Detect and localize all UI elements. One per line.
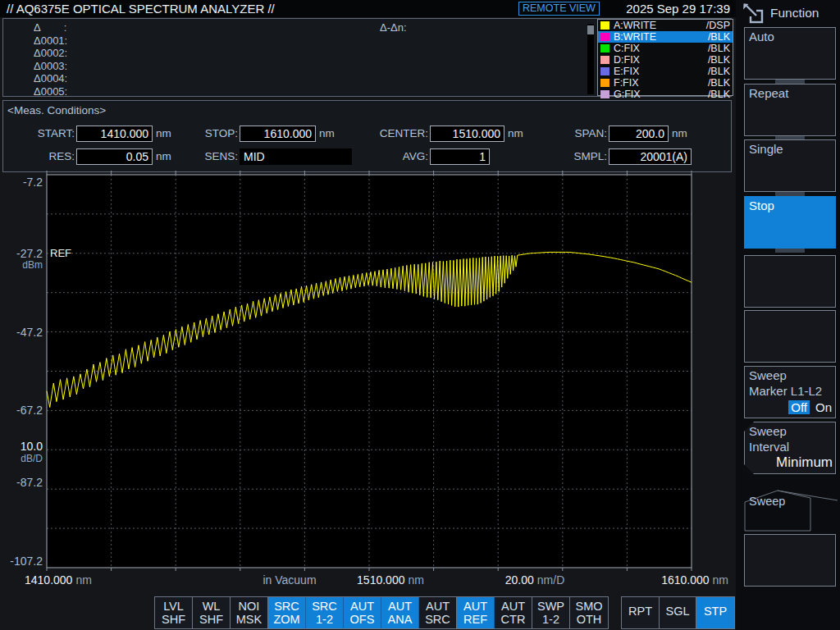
- meas-field-input[interactable]: 200.0: [609, 126, 669, 142]
- meas-field-label: RES:: [1, 150, 75, 163]
- trace-color-swatch: [600, 56, 609, 64]
- softkey-label: Auto: [749, 30, 835, 43]
- meas-field-label: START:: [1, 127, 75, 140]
- toolbar-key-stp[interactable]: STP: [696, 597, 734, 628]
- trace-color-swatch: [600, 44, 609, 52]
- osa-screen: // AQ6375E OPTICAL SPECTRUM ANALYZER // …: [0, 0, 840, 630]
- trace-status: /BLK: [708, 66, 730, 77]
- toolbar-key-line1: SMO: [575, 600, 602, 613]
- toolbar-key-line1: AUT: [501, 600, 525, 613]
- x-center-label-value: 1510.000: [357, 573, 404, 587]
- sweep-marker-toggle[interactable]: OffOn: [788, 400, 832, 414]
- meas-field-unit: nm: [672, 127, 687, 139]
- meas-field-label: AVG:: [354, 150, 428, 163]
- toolbar-key-line1: LVL: [163, 600, 184, 613]
- toolbar-key-line2: REF: [463, 613, 487, 626]
- toolbar-key-aut-ctr[interactable]: AUTCTR: [495, 597, 532, 628]
- toolbar-key-sgl[interactable]: SGL: [660, 597, 696, 628]
- meas-field-input[interactable]: 1: [430, 148, 490, 165]
- toolbar-key-line1: NOI: [239, 600, 260, 613]
- toolbar-key-line1: SWP: [537, 600, 564, 613]
- toolbar-key-smo-oth[interactable]: SMOOTH: [570, 597, 608, 628]
- softkey-value: Minimum: [776, 454, 833, 471]
- trace-row[interactable]: A:WRITE/DSP: [598, 20, 733, 31]
- function-key-sweep-interval[interactable]: SweepIntervalMinimum: [744, 422, 836, 474]
- trace-row[interactable]: C:FIX/BLK: [598, 43, 733, 54]
- function-key-sweep-marker[interactable]: SweepMarker L1-L2OffOn: [744, 366, 836, 418]
- function-key-auto[interactable]: Auto: [744, 27, 836, 80]
- spectrum-chart: [43, 171, 696, 573]
- toolbar-key-aut-ana[interactable]: AUTANA: [381, 597, 419, 628]
- delta-row: Δ0001:: [34, 34, 67, 47]
- function-key-single[interactable]: Single: [744, 139, 836, 192]
- trace-status: /DSP: [706, 20, 730, 31]
- toolbar-key-src-1-2[interactable]: SRC1-2: [306, 597, 344, 628]
- sweep-tag-label: Sweep: [749, 495, 785, 508]
- x-stop-label-value: 1610.000: [661, 573, 709, 587]
- toggle-off[interactable]: Off: [788, 400, 810, 414]
- softkey-label: Interval: [749, 440, 835, 454]
- y-axis-label: -87.2: [2, 476, 43, 489]
- toolbar-key-line1: SRC: [274, 600, 299, 613]
- meas-field-label: STOP:: [164, 127, 238, 140]
- trace-row[interactable]: F:FIX/BLK: [598, 77, 733, 89]
- function-key-repeat[interactable]: Repeat: [744, 84, 836, 136]
- delta-row: Δ :: [34, 21, 66, 34]
- meas-conditions-title: <Meas. Conditions>: [7, 104, 106, 116]
- function-key-blank-2[interactable]: [744, 310, 836, 363]
- toolbar-key-line2: SHF: [199, 613, 223, 626]
- toolbar-key-aut-ofs[interactable]: AUTOFS: [344, 597, 381, 628]
- trace-label: F:FIX: [614, 77, 708, 89]
- trace-row[interactable]: G:FIX/BLK: [598, 89, 733, 100]
- y-axis-label: dBm: [2, 259, 43, 271]
- app-title: // AQ6375E OPTICAL SPECTRUM ANALYZER //: [7, 2, 275, 16]
- toolbar-key-src-zom[interactable]: SRCZOM: [268, 597, 306, 628]
- toolbar-key-aut-ref[interactable]: AUTREF: [457, 597, 495, 628]
- toggle-on[interactable]: On: [815, 400, 832, 414]
- softkey-label: Single: [749, 142, 835, 156]
- toolbar-key-line1: AUT: [350, 600, 374, 613]
- function-key-blank-1[interactable]: [744, 255, 836, 308]
- delta-scrollbar-thumb[interactable]: [587, 25, 594, 34]
- x-start-label: 1410.000nm: [25, 573, 92, 587]
- x-stop-label-unit: nm: [713, 573, 728, 587]
- toolbar-key-line2: OFS: [350, 613, 375, 626]
- meas-field-input[interactable]: 1410.000: [76, 126, 153, 142]
- meas-field-unit: nm: [508, 127, 523, 139]
- remote-view-badge: REMOTE VIEW: [518, 2, 600, 16]
- delta-row: Δ0004:: [34, 72, 67, 84]
- toolbar-key-wl-shf[interactable]: WLSHF: [193, 597, 231, 628]
- toolbar-key-line1: WL: [203, 600, 221, 613]
- x-stop-label: 1610.000nm: [640, 573, 728, 587]
- toolbar-key-aut-src[interactable]: AUTSRC: [419, 597, 457, 628]
- toolbar-key-lvl-shf[interactable]: LVLSHF: [155, 597, 193, 628]
- toolbar-key-line2: CTR: [501, 613, 526, 626]
- meas-field-input[interactable]: 0.05: [76, 148, 153, 165]
- toolbar-key-noi-msk[interactable]: NOIMSK: [231, 597, 268, 628]
- toolbar-key-rpt[interactable]: RPT: [622, 597, 660, 628]
- delta-row: Δ0002:: [34, 47, 67, 59]
- toolbar-key-line2: OTH: [577, 613, 602, 626]
- trace-status: /BLK: [708, 89, 730, 100]
- toolbar-key-swp-1-2[interactable]: SWP1-2: [532, 597, 570, 628]
- meas-field-input[interactable]: 1510.000: [430, 126, 504, 142]
- meas-field-input[interactable]: 1610.000: [240, 126, 316, 142]
- trace-row[interactable]: E:FIX/BLK: [598, 66, 733, 77]
- toolbar-key-line2: ZOM: [273, 613, 299, 626]
- function-header: Function: [742, 3, 839, 25]
- meas-field-input[interactable]: 20001(A): [609, 148, 692, 165]
- trace-label: E:FIX: [614, 66, 708, 77]
- trace-row[interactable]: D:FIX/BLK: [598, 54, 733, 66]
- meas-field-input[interactable]: MID: [240, 148, 352, 165]
- function-key-stop[interactable]: Stop: [744, 196, 836, 249]
- toolbar-group-functions: LVLSHFWLSHFNOIMSKSRCZOMSRC1-2AUTOFSAUTAN…: [154, 596, 609, 629]
- delta-scrollbar[interactable]: [587, 24, 594, 94]
- trace-row[interactable]: B:WRITE/BLK: [598, 31, 733, 43]
- softkey-connector: [775, 249, 805, 253]
- toolbar-key-line1: AUT: [388, 600, 412, 613]
- trace-status: /BLK: [708, 31, 730, 43]
- toolbar-key-line2: ANA: [388, 613, 413, 626]
- function-key-blank-3[interactable]: [744, 534, 836, 587]
- y-axis-label: -7.2: [2, 176, 43, 189]
- delta-row: Δ0005:: [34, 85, 67, 98]
